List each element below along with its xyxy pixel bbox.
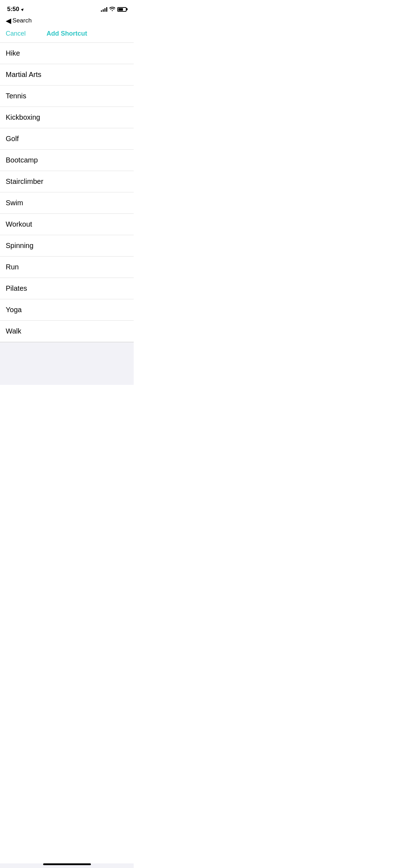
battery-icon bbox=[117, 7, 127, 12]
status-bar: 5:50 ▲ bbox=[0, 0, 134, 16]
wifi-icon bbox=[109, 7, 115, 12]
status-icons bbox=[101, 7, 127, 12]
list-item[interactable]: Yoga bbox=[0, 299, 134, 321]
list-item[interactable]: Stairclimber bbox=[0, 171, 134, 192]
time-label: 5:50 bbox=[7, 6, 19, 13]
list-item[interactable]: Swim bbox=[0, 192, 134, 214]
list-item[interactable]: Pilates bbox=[0, 278, 134, 299]
bottom-area bbox=[0, 342, 134, 385]
location-arrow-icon: ▲ bbox=[20, 6, 26, 12]
back-chevron-icon: ◀ bbox=[6, 17, 11, 24]
list-item[interactable]: Tennis bbox=[0, 86, 134, 107]
list-item[interactable]: Hike bbox=[0, 43, 134, 64]
page-title: Add Shortcut bbox=[36, 30, 98, 37]
list-item[interactable]: Spinning bbox=[0, 235, 134, 257]
cancel-button[interactable]: Cancel bbox=[6, 30, 36, 37]
list-item[interactable]: Workout bbox=[0, 214, 134, 235]
signal-icon bbox=[101, 7, 107, 12]
list-item[interactable]: Walk bbox=[0, 321, 134, 342]
shortcuts-list: HikeMartial ArtsTennisKickboxingGolfBoot… bbox=[0, 43, 134, 342]
navigation-bar: Cancel Add Shortcut bbox=[0, 27, 134, 43]
back-navigation: ◀ Search bbox=[0, 16, 134, 27]
status-time: 5:50 ▲ bbox=[7, 6, 25, 13]
list-item[interactable]: Golf bbox=[0, 128, 134, 150]
list-item[interactable]: Kickboxing bbox=[0, 107, 134, 128]
back-label: Search bbox=[12, 17, 32, 24]
list-item[interactable]: Run bbox=[0, 257, 134, 278]
back-button[interactable]: ◀ Search bbox=[6, 17, 32, 24]
list-item[interactable]: Bootcamp bbox=[0, 150, 134, 171]
list-item[interactable]: Martial Arts bbox=[0, 64, 134, 86]
